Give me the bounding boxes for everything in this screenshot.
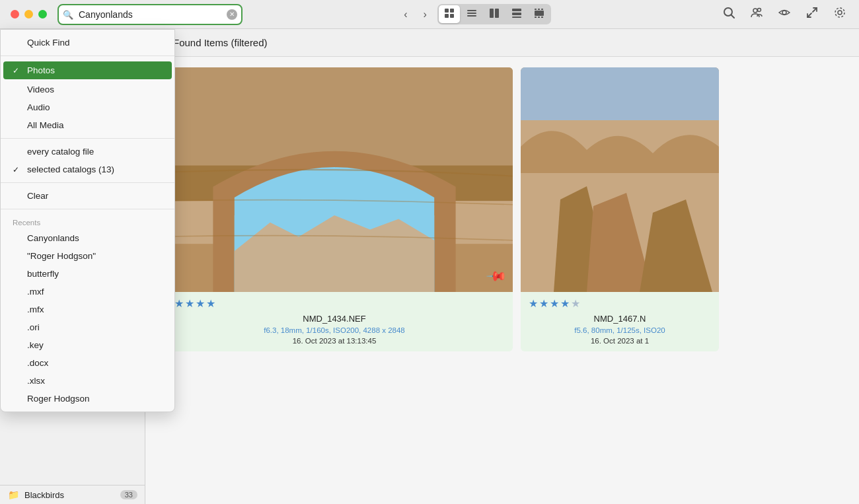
content-header-title: Found Items (filtered) [173, 37, 268, 48]
canyon-svg-1 [156, 67, 513, 292]
dropdown-recent-5[interactable]: .ori [1, 318, 174, 336]
toolbar-center: ‹ › [398, 4, 551, 24]
photo-filename-2: NMD_1467.N [521, 311, 719, 325]
search-toolbar-icon [723, 7, 735, 18]
people-icon [751, 7, 763, 18]
dropdown-recent-2[interactable]: butterfly [1, 265, 174, 283]
sidebar-item-blackbirds-badge: 33 [120, 490, 137, 499]
settings-icon [834, 7, 846, 18]
eye-icon [778, 7, 790, 18]
search-toolbar-button[interactable] [720, 4, 737, 24]
dropdown-recents-section: Recents Canyonlands "Roger Hodgson" butt… [1, 209, 174, 412]
svg-rect-2 [445, 14, 449, 18]
photo-card-2[interactable]: ★ ★ ★ ★ ★ NMD_1467.N f5.6, 80mm, 1/125s,… [521, 67, 719, 351]
svg-rect-1 [450, 9, 454, 13]
view-filmstrip-button[interactable] [529, 5, 550, 23]
dropdown-item-audio[interactable]: Audio [1, 98, 174, 116]
svg-rect-6 [467, 15, 476, 17]
split-icon [489, 8, 500, 18]
sidebar-item-blackbirds[interactable]: 📁 Blackbirds 33 [0, 486, 145, 504]
canyon-svg-2 [521, 67, 719, 292]
search-bar-wrap: 🔍 ✕ [57, 4, 243, 25]
search-input[interactable] [57, 4, 243, 25]
window-controls [11, 10, 47, 18]
dropdown-recent-6[interactable]: .key [1, 336, 174, 354]
svg-rect-7 [490, 9, 494, 18]
svg-point-27 [835, 8, 844, 17]
photo-date-2: 16. Oct 2023 at 1 [521, 336, 719, 351]
dropdown-item-selected-catalogs[interactable]: ✓ selected catalogs (13) [1, 161, 174, 178]
filmstrip-icon [534, 8, 544, 18]
search-dropdown: Quick Find ✓ Photos Videos Audio All Med… [0, 29, 175, 412]
dropdown-item-videos[interactable]: Videos [1, 81, 174, 98]
view-grid-button[interactable] [439, 5, 460, 23]
photo-stars-2: ★ ★ ★ ★ ★ [521, 292, 719, 311]
svg-point-23 [782, 11, 786, 15]
svg-rect-10 [512, 13, 521, 15]
folder-icon: 📁 [8, 489, 19, 500]
dropdown-recent-3[interactable]: .mxf [1, 283, 174, 301]
nav-forward-button[interactable]: › [418, 6, 432, 23]
svg-rect-0 [445, 9, 449, 13]
photo-date-1: 16. Oct 2023 at 13:13:45 [156, 336, 513, 351]
dropdown-recents-label: Recents [1, 213, 174, 229]
svg-line-20 [731, 15, 734, 18]
list-icon [467, 8, 477, 18]
view-button-group [437, 4, 551, 24]
svg-rect-8 [495, 9, 499, 18]
dropdown-media-type-section: ✓ Photos Videos Audio All Media [1, 56, 174, 139]
settings-button[interactable] [831, 4, 848, 24]
dropdown-clear-button[interactable]: Clear [1, 187, 174, 205]
dropdown-item-photos[interactable]: ✓ Photos [3, 61, 172, 79]
photo-grid: 📌 ★ ★ ★ ★ ★ NMD_1434.NEF f6.3, 18mm, 1/1… [145, 57, 859, 362]
maximize-button[interactable] [38, 10, 47, 18]
svg-rect-9 [512, 9, 521, 11]
svg-point-19 [724, 8, 732, 16]
svg-rect-14 [538, 9, 540, 10]
svg-rect-13 [535, 9, 537, 10]
dropdown-scope-section: every catalog file ✓ selected catalogs (… [1, 139, 174, 183]
view-list-button[interactable] [461, 5, 482, 23]
view-detail-button[interactable] [506, 5, 527, 23]
svg-point-26 [838, 11, 842, 15]
dropdown-quick-find[interactable]: Quick Find [1, 34, 174, 52]
dropdown-item-all-media[interactable]: All Media [1, 116, 174, 134]
title-bar: 🔍 ✕ ‹ › [0, 0, 859, 29]
nav-back-button[interactable]: ‹ [398, 6, 412, 23]
minimize-button[interactable] [24, 10, 33, 18]
sidebar-bottom: 📁 Blackbirds 33 [0, 485, 145, 504]
dropdown-recent-7[interactable]: .docx [1, 354, 174, 372]
search-icon: 🔍 [63, 9, 73, 19]
detail-icon [511, 8, 522, 18]
svg-rect-31 [156, 67, 513, 165]
svg-rect-11 [512, 17, 521, 18]
svg-rect-37 [521, 67, 719, 120]
close-button[interactable] [11, 10, 19, 18]
dropdown-recent-9[interactable]: Roger Hodgson [1, 390, 174, 408]
svg-rect-5 [467, 13, 476, 14]
view-split-button[interactable] [484, 5, 505, 23]
svg-point-21 [753, 9, 757, 13]
sidebar-item-blackbirds-label: Blackbirds [24, 490, 64, 500]
photo-meta-1: f6.3, 18mm, 1/160s, ISO200, 4288 x 2848 [156, 325, 513, 336]
dropdown-recent-4[interactable]: .mfx [1, 301, 174, 318]
content-header: Found Items (filtered) [145, 29, 859, 57]
search-clear-button[interactable]: ✕ [227, 9, 237, 20]
dropdown-item-every-catalog[interactable]: every catalog file [1, 143, 174, 161]
content-area: Found Items (filtered) [145, 29, 859, 504]
people-button[interactable] [748, 4, 765, 24]
eye-button[interactable] [776, 4, 793, 24]
svg-rect-12 [535, 11, 544, 16]
expand-button[interactable] [803, 4, 821, 24]
grid-icon [444, 8, 455, 18]
photo-meta-2: f5.6, 80mm, 1/125s, ISO20 [521, 325, 719, 336]
svg-rect-16 [535, 17, 537, 18]
svg-rect-15 [541, 9, 543, 10]
photo-card-1[interactable]: 📌 ★ ★ ★ ★ ★ NMD_1434.NEF f6.3, 18mm, 1/1… [156, 67, 513, 351]
svg-rect-17 [538, 17, 540, 18]
dropdown-recent-1[interactable]: "Roger Hodgson" [1, 247, 174, 265]
dropdown-recent-0[interactable]: Canyonlands [1, 229, 174, 247]
dropdown-recent-8[interactable]: .xlsx [1, 372, 174, 390]
photo-stars-1: ★ ★ ★ ★ ★ [156, 292, 513, 311]
photo-image-1: 📌 [156, 67, 513, 292]
